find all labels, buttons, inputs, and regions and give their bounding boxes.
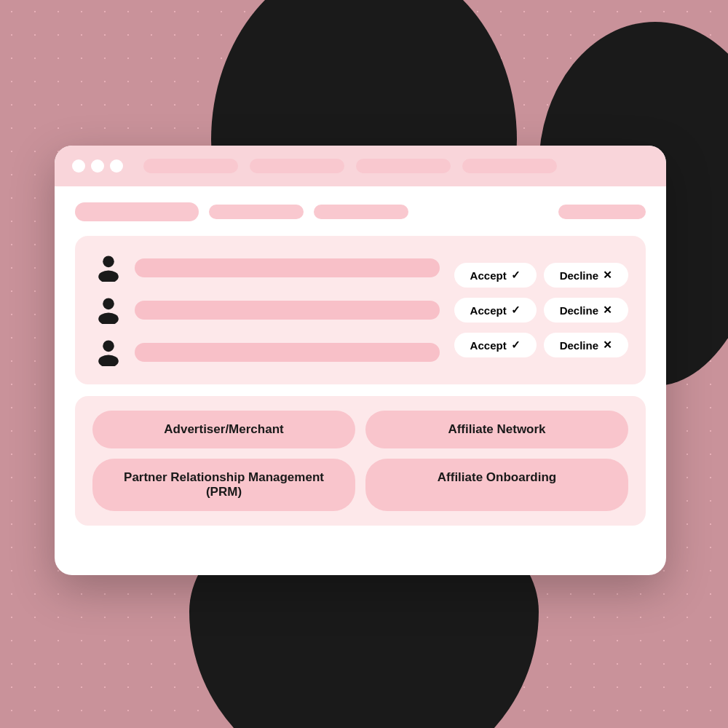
tag-affiliate-onboarding[interactable]: Affiliate Onboarding: [365, 459, 628, 511]
x-icon-3: ✕: [603, 339, 612, 352]
check-icon-1: ✓: [511, 269, 521, 282]
check-icon-2: ✓: [511, 304, 521, 317]
title-bar-pills: [143, 159, 649, 173]
title-bar: [55, 146, 666, 186]
accept-button-1[interactable]: Accept ✓: [454, 263, 537, 288]
browser-content: Accept ✓ Decline ✕ Accept ✓ Decline: [55, 186, 666, 542]
user-bar-3: [135, 343, 440, 362]
main-section: Accept ✓ Decline ✕ Accept ✓ Decline: [75, 236, 646, 384]
x-icon-1: ✕: [603, 269, 612, 282]
nav-pill-med-1: [209, 205, 304, 219]
svg-point-5: [98, 355, 119, 366]
user-bar-2: [135, 301, 440, 320]
user-row: [92, 294, 440, 326]
user-icon-1: [92, 252, 124, 284]
accept-label-2: Accept: [470, 304, 507, 317]
decline-button-2[interactable]: Decline ✕: [544, 298, 628, 323]
svg-point-1: [98, 270, 119, 282]
tag-affiliate-network[interactable]: Affiliate Network: [365, 411, 628, 448]
accept-button-2[interactable]: Accept ✓: [454, 298, 537, 323]
button-pair-3: Accept ✓ Decline ✕: [454, 333, 628, 357]
user-list: [92, 252, 440, 368]
decline-button-1[interactable]: Decline ✕: [544, 263, 628, 288]
accept-label-1: Accept: [470, 269, 507, 282]
user-row: [92, 252, 440, 284]
user-icon-3: [92, 336, 124, 368]
decline-label-1: Decline: [560, 269, 598, 282]
window-dot-1: [72, 159, 85, 173]
action-buttons: Accept ✓ Decline ✕ Accept ✓ Decline: [454, 263, 628, 357]
title-pill-3: [356, 159, 451, 173]
window-dot-3: [110, 159, 123, 173]
tags-section: Advertiser/Merchant Affiliate Network Pa…: [75, 396, 646, 526]
accept-button-3[interactable]: Accept ✓: [454, 333, 537, 357]
svg-point-0: [103, 256, 114, 268]
button-pair-2: Accept ✓ Decline ✕: [454, 298, 628, 323]
user-icon-2: [92, 294, 124, 326]
check-icon-3: ✓: [511, 339, 521, 352]
accept-label-3: Accept: [470, 339, 507, 352]
svg-point-4: [103, 341, 114, 352]
nav-pill-large: [75, 202, 199, 221]
window-dot-2: [91, 159, 104, 173]
decline-label-3: Decline: [560, 339, 598, 352]
svg-point-3: [98, 312, 119, 324]
tag-partner-relationship-management[interactable]: Partner Relationship Management (PRM): [92, 459, 355, 511]
user-row: [92, 336, 440, 368]
decline-label-2: Decline: [560, 304, 598, 317]
x-icon-2: ✕: [603, 304, 612, 317]
tag-advertiser-merchant[interactable]: Advertiser/Merchant: [92, 411, 355, 448]
top-nav: [75, 202, 646, 221]
nav-pill-med-2: [314, 205, 408, 219]
svg-point-2: [103, 298, 114, 310]
button-pair-1: Accept ✓ Decline ✕: [454, 263, 628, 288]
title-pill-4: [462, 159, 557, 173]
browser-window: Accept ✓ Decline ✕ Accept ✓ Decline: [55, 146, 666, 575]
title-pill-2: [250, 159, 344, 173]
decline-button-3[interactable]: Decline ✕: [544, 333, 628, 357]
nav-pill-right: [558, 205, 646, 219]
title-pill-1: [143, 159, 238, 173]
user-bar-1: [135, 258, 440, 277]
